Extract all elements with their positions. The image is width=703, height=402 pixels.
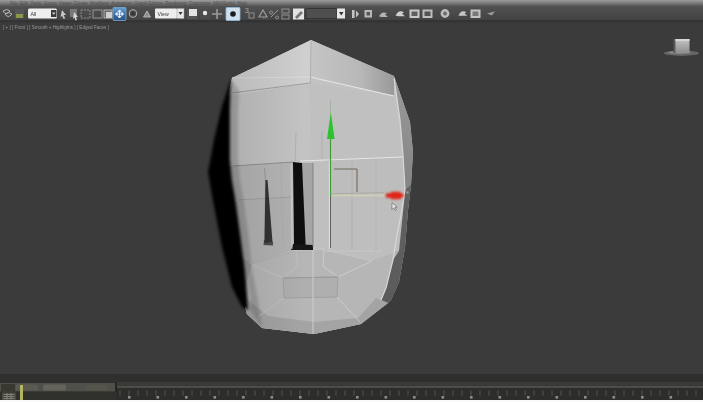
svg-text:n: n	[263, 14, 266, 20]
svg-text:All: All	[31, 11, 37, 17]
svg-text:3: 3	[245, 7, 249, 14]
svg-text:[ + ] [ Front ] [ Smooth + Hig: [ + ] [ Front ] [ Smooth + Highlights ] …	[3, 25, 109, 30]
svg-text:View: View	[158, 11, 169, 17]
svg-text:File Edit Tools Group View: File Edit Tools Group Views Create Modif…	[10, 1, 247, 6]
